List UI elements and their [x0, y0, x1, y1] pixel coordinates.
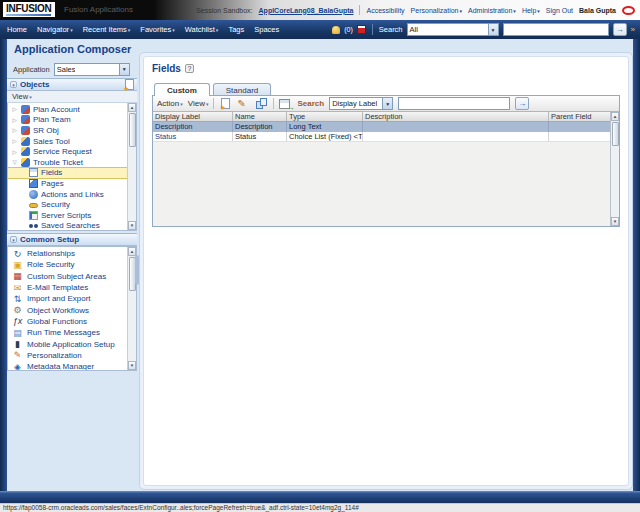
scroll-up-icon[interactable]: ▲ [611, 112, 619, 121]
application-select[interactable]: Sales ▼ [54, 63, 130, 76]
common-item-relationships[interactable]: ↻Relationships [8, 248, 127, 259]
main-navbar: Home Navigator▾ Recent Items▾ Favorites▾… [0, 20, 640, 39]
common-item-import-and-export[interactable]: ⇅Import and Export [8, 293, 127, 304]
tree-item-pages[interactable]: Pages [8, 178, 127, 189]
expand-icon[interactable]: ▷ [11, 138, 18, 144]
global-search-input[interactable] [503, 23, 609, 36]
common-item-personalization[interactable]: ✎Personalization [8, 350, 127, 361]
edit-field-button[interactable]: ✎ [237, 98, 250, 110]
fields-table: Display Label Name Type Description Pare… [153, 112, 619, 226]
help-icon[interactable]: ? [185, 64, 194, 73]
table-scrollbar[interactable]: ▲ ▼ [610, 112, 619, 226]
tree-scrollbar[interactable]: ▲ ▼ [127, 103, 136, 230]
nav-home[interactable]: Home [7, 25, 27, 34]
search-go-button[interactable]: → [613, 23, 627, 36]
view-menu[interactable]: View▾ [188, 99, 209, 108]
tree-item-sales-tool[interactable]: ▷Sales Tool [8, 136, 127, 147]
accessibility-link[interactable]: Accessibility [366, 7, 404, 14]
action-menu[interactable]: Action▾ [157, 99, 183, 108]
expand-icon[interactable]: ▷ [11, 117, 18, 123]
new-object-icon[interactable]: ★ [125, 79, 134, 90]
field-link[interactable]: Description [153, 122, 233, 132]
common-item-metadata-manager[interactable]: ◈Metadata Manager [8, 361, 127, 370]
export-button[interactable]: → [279, 98, 292, 110]
advanced-search-icon[interactable]: » [631, 23, 635, 36]
calendar-icon[interactable] [357, 25, 366, 34]
common-setup-panel: ↻Relationships ▣Role Security ▦Custom Su… [7, 246, 137, 371]
column-type[interactable]: Type [287, 112, 363, 121]
table-row[interactable]: Status Status Choice List (Fixed) <Troub… [153, 132, 610, 142]
expand-icon[interactable]: ▷ [11, 106, 18, 112]
divider [273, 98, 274, 109]
common-item-mobile-application-setup[interactable]: ▮Mobile Application Setup [8, 338, 127, 349]
tree-item-trouble-ticket[interactable]: ▽Trouble Ticket [8, 157, 127, 168]
nav-watchlist[interactable]: Watchlist▾ [185, 25, 219, 34]
common-item-email-templates[interactable]: ✉E-Mail Templates [8, 282, 127, 293]
main-content-region: Fields ? Custom Standard Action▾ View▾ ★… [139, 52, 633, 490]
sign-out-link[interactable]: Sign Out [546, 7, 573, 14]
create-field-button[interactable]: ★ [219, 98, 232, 110]
tree-item-actions-and-links[interactable]: Actions and Links [8, 189, 127, 200]
tree-item-plan-account[interactable]: ▷Plan Account [8, 104, 127, 115]
chevron-down-icon: ▼ [119, 64, 129, 75]
notifications-bell-icon[interactable] [332, 26, 340, 34]
tree-item-sr-obj[interactable]: ▷SR Obj [8, 125, 127, 136]
scroll-up-icon[interactable]: ▲ [128, 103, 136, 112]
nav-tags[interactable]: Tags [228, 25, 244, 34]
chevron-down-icon: ▼ [488, 24, 498, 35]
common-setup-accordion-header[interactable]: ▾ Common Setup [7, 233, 137, 246]
column-display-label[interactable]: Display Label [153, 112, 233, 121]
search-scope-select[interactable]: All ▼ [407, 23, 499, 36]
nav-spaces[interactable]: Spaces [254, 25, 279, 34]
tree-item-fields[interactable]: Fields [8, 168, 127, 179]
scrollbar-thumb[interactable] [129, 113, 136, 147]
scroll-down-icon[interactable]: ▼ [611, 217, 619, 226]
tab-custom[interactable]: Custom [154, 83, 210, 96]
common-item-global-functions[interactable]: ƒxGlobal Functions [8, 316, 127, 327]
tree-item-service-request[interactable]: ▷Service Request [8, 146, 127, 157]
tree-item-security[interactable]: Security [8, 199, 127, 210]
nav-favorites[interactable]: Favorites▾ [140, 25, 174, 34]
expand-icon[interactable]: ▷ [11, 149, 18, 155]
personalization-menu[interactable]: Personalization▾ [411, 7, 462, 14]
scroll-down-icon[interactable]: ▼ [128, 221, 136, 230]
navbar-tools: (0) Search All ▼ → » [332, 23, 640, 36]
nav-recent-items[interactable]: Recent Items▾ [83, 25, 131, 34]
common-item-custom-subject-areas[interactable]: ▦Custom Subject Areas [8, 271, 127, 282]
arrow-icon: → [286, 104, 294, 112]
tree-item-saved-searches[interactable]: Saved Searches [8, 221, 127, 230]
table-row[interactable]: Description Description Long Text [153, 122, 610, 132]
fields-search-input[interactable] [398, 97, 510, 110]
fields-search-go-button[interactable]: → [515, 97, 529, 110]
tree-item-plan-team[interactable]: ▷Plan Team [8, 115, 127, 126]
common-item-object-workflows[interactable]: ⚙Object Workflows [8, 304, 127, 315]
scroll-down-icon[interactable]: ▼ [128, 361, 136, 370]
search-by-select[interactable]: Display Label ▼ [329, 97, 393, 110]
scrollbar-thumb[interactable] [612, 122, 619, 146]
session-sandbox-link[interactable]: ApplCoreLang08_BalaGupta [259, 7, 354, 14]
common-item-role-security[interactable]: ▣Role Security [8, 259, 127, 270]
chevron-down-icon: ▾ [216, 27, 219, 33]
objects-accordion-header[interactable]: ▾ Objects ★ [7, 78, 137, 91]
browser-status-bar: https://fap0058-crm.oracleads.com/sales/… [0, 503, 640, 512]
column-name[interactable]: Name [233, 112, 287, 121]
pencil-icon: ✎ [237, 98, 245, 109]
common-item-run-time-messages[interactable]: ▤Run Time Messages [8, 327, 127, 338]
help-menu[interactable]: Help▾ [522, 7, 540, 14]
fields-table-body: Display Label Name Type Description Pare… [153, 112, 610, 226]
nav-navigator[interactable]: Navigator▾ [37, 25, 73, 34]
collapse-icon[interactable]: ▽ [11, 159, 18, 165]
field-link[interactable]: Status [153, 132, 233, 142]
standard-object-icon [21, 158, 30, 167]
objects-view-menu[interactable]: View▾ [7, 91, 137, 103]
sidebar: Application Sales ▼ ▾ Objects ★ View▾ ▷P… [7, 60, 137, 371]
mobile-setup-icon: ▮ [12, 339, 23, 349]
expand-icon[interactable]: ▷ [11, 127, 18, 133]
column-description[interactable]: Description [363, 112, 549, 121]
duplicate-field-button[interactable] [255, 98, 268, 110]
column-parent-field[interactable]: Parent Field [549, 112, 610, 121]
functions-icon: ƒx [12, 316, 23, 326]
administration-menu[interactable]: Administration▾ [468, 7, 516, 14]
page-frame-left [0, 39, 7, 491]
tree-item-server-scripts[interactable]: Server Scripts [8, 210, 127, 221]
